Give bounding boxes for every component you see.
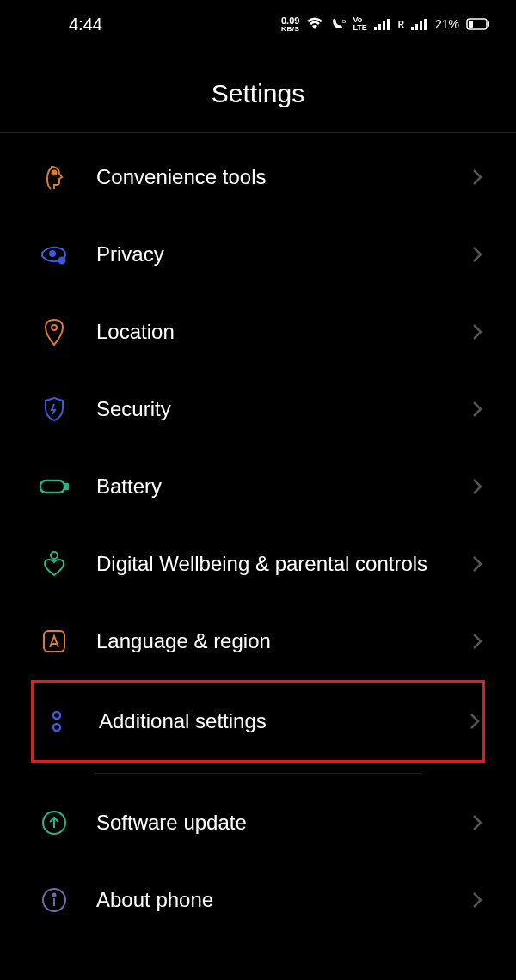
item-label: Location — [96, 318, 471, 345]
settings-list: Convenience tools Privacy Location Secur… — [0, 133, 516, 944]
svg-rect-8 — [424, 19, 427, 30]
info-icon — [36, 882, 72, 918]
chevron-right-icon — [471, 168, 483, 187]
settings-item-additional-settings[interactable]: Additional settings — [31, 680, 485, 763]
svg-point-13 — [50, 251, 55, 256]
shield-icon — [36, 391, 72, 427]
signal-2-icon — [411, 18, 428, 30]
item-label: Software update — [96, 809, 471, 836]
settings-item-battery[interactable]: Battery — [0, 448, 516, 525]
volte-icon: VoLTE — [353, 16, 366, 32]
svg-rect-7 — [420, 21, 422, 30]
item-label: Digital Wellbeing & parental controls — [96, 550, 471, 577]
page-title: Settings — [0, 79, 516, 108]
wifi-icon — [306, 17, 323, 31]
svg-rect-3 — [383, 21, 385, 30]
update-icon — [36, 805, 72, 841]
chevron-right-icon — [469, 712, 481, 731]
svg-rect-18 — [65, 484, 68, 489]
settings-item-security[interactable]: Security — [0, 371, 516, 448]
wifi-call-icon: B — [330, 18, 346, 30]
wellbeing-icon — [36, 546, 72, 582]
item-label: Convenience tools — [96, 163, 471, 190]
network-speed: 0.09 KB/S — [281, 16, 299, 33]
settings-item-software-update[interactable]: Software update — [0, 784, 516, 861]
svg-rect-17 — [40, 481, 64, 493]
svg-rect-1 — [374, 27, 377, 30]
additional-icon — [39, 703, 75, 739]
location-icon — [36, 314, 72, 350]
svg-point-25 — [53, 894, 56, 897]
settings-item-about-phone[interactable]: About phone — [0, 861, 516, 939]
svg-point-16 — [52, 325, 57, 330]
item-label: Privacy — [96, 241, 471, 267]
item-label: About phone — [96, 886, 471, 913]
privacy-icon — [36, 236, 72, 273]
battery-icon — [36, 469, 72, 505]
item-label: Language & region — [96, 628, 471, 654]
svg-point-19 — [51, 552, 58, 559]
signal-1-icon — [374, 18, 391, 30]
svg-text:B: B — [342, 19, 346, 24]
status-time: 4:44 — [69, 15, 102, 34]
svg-point-21 — [53, 712, 60, 719]
svg-point-22 — [53, 724, 60, 731]
svg-rect-2 — [378, 24, 381, 30]
item-label: Additional settings — [99, 707, 469, 734]
divider — [95, 773, 421, 774]
status-indicators: 0.09 KB/S B VoLTE R 21% — [281, 16, 490, 33]
roaming-indicator: R — [398, 20, 404, 29]
svg-rect-4 — [387, 19, 390, 30]
battery-percent: 21% — [435, 17, 459, 31]
svg-rect-10 — [469, 21, 473, 28]
chevron-right-icon — [471, 554, 483, 573]
settings-item-language-region[interactable]: Language & region — [0, 603, 516, 680]
chevron-right-icon — [471, 813, 483, 832]
battery-icon — [466, 18, 490, 30]
svg-rect-15 — [60, 259, 64, 262]
settings-item-location[interactable]: Location — [0, 293, 516, 371]
chevron-right-icon — [471, 245, 483, 264]
chevron-right-icon — [471, 891, 483, 910]
item-label: Security — [96, 395, 471, 422]
item-label: Battery — [96, 473, 471, 499]
page-header: Settings — [0, 45, 516, 133]
svg-rect-11 — [488, 21, 489, 27]
svg-rect-5 — [411, 27, 414, 30]
settings-item-privacy[interactable]: Privacy — [0, 216, 516, 293]
language-icon — [36, 623, 72, 659]
settings-item-digital-wellbeing[interactable]: Digital Wellbeing & parental controls — [0, 525, 516, 603]
head-icon — [36, 159, 72, 195]
chevron-right-icon — [471, 322, 483, 341]
status-bar: 4:44 0.09 KB/S B VoLTE R 21% — [0, 0, 516, 45]
svg-rect-6 — [415, 24, 418, 30]
svg-point-12 — [52, 171, 57, 175]
settings-item-convenience-tools[interactable]: Convenience tools — [0, 138, 516, 216]
chevron-right-icon — [471, 477, 483, 496]
chevron-right-icon — [471, 632, 483, 651]
chevron-right-icon — [471, 400, 483, 419]
